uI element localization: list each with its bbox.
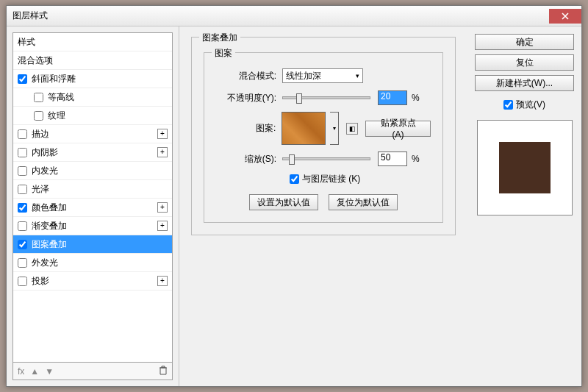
style-item-label: 内发光 bbox=[32, 165, 58, 177]
style-item-label: 斜面和浮雕 bbox=[32, 73, 76, 85]
scale-label: 缩放(S): bbox=[216, 153, 282, 165]
scale-row: 缩放(S): 50 % bbox=[216, 151, 431, 167]
style-checkbox[interactable] bbox=[18, 221, 27, 231]
style-item-7[interactable]: 内发光 bbox=[13, 162, 172, 180]
style-item-6[interactable]: 内阴影+ bbox=[13, 143, 172, 162]
style-item-label: 描边 bbox=[32, 128, 49, 140]
style-item-1[interactable]: 混合选项 bbox=[13, 51, 172, 70]
panel-title: 图案叠加 bbox=[199, 32, 240, 44]
percent-unit: % bbox=[412, 154, 420, 164]
preview-box bbox=[477, 120, 573, 215]
add-effect-icon[interactable]: + bbox=[157, 221, 168, 231]
sidebar: 样式混合选项斜面和浮雕等高线纹理描边+内阴影+内发光光泽颜色叠加+渐变叠加+图案… bbox=[7, 26, 179, 386]
blend-mode-value: 线性加深 bbox=[286, 70, 321, 82]
style-item-2[interactable]: 斜面和浮雕 bbox=[13, 70, 172, 88]
arrow-down-icon[interactable]: ▼ bbox=[45, 366, 54, 377]
trash-icon[interactable] bbox=[159, 366, 168, 377]
opacity-label: 不透明度(Y): bbox=[216, 92, 282, 104]
style-item-label: 颜色叠加 bbox=[32, 202, 67, 214]
titlebar-buttons bbox=[549, 9, 581, 24]
style-checkbox[interactable] bbox=[34, 111, 43, 121]
style-checkbox[interactable] bbox=[18, 185, 27, 194]
pattern-swatch[interactable]: ▾ bbox=[282, 112, 339, 145]
style-checkbox[interactable] bbox=[18, 148, 27, 157]
style-item-13[interactable]: 投影+ bbox=[13, 272, 172, 291]
pattern-overlay-group: 图案叠加 图案 混合模式: 线性加深 ▾ 不透明度(Y): 20 bbox=[191, 37, 456, 235]
set-default-button[interactable]: 设置为默认值 bbox=[249, 194, 318, 210]
style-item-10[interactable]: 渐变叠加+ bbox=[13, 217, 172, 235]
style-item-9[interactable]: 颜色叠加+ bbox=[13, 199, 172, 217]
reset-button[interactable]: 复位 bbox=[475, 54, 574, 71]
style-checkbox[interactable] bbox=[18, 129, 27, 139]
blend-mode-row: 混合模式: 线性加深 ▾ bbox=[216, 68, 431, 84]
pattern-dropdown-arrow[interactable]: ▾ bbox=[330, 112, 339, 145]
style-checkbox[interactable] bbox=[18, 240, 27, 249]
slider-thumb[interactable] bbox=[296, 93, 302, 104]
fx-label[interactable]: fx bbox=[18, 366, 24, 377]
style-item-label: 纹理 bbox=[48, 110, 65, 122]
new-style-button[interactable]: 新建样式(W)... bbox=[475, 75, 574, 91]
group-title: 图案 bbox=[212, 47, 235, 60]
dropdown-arrow-icon: ▾ bbox=[356, 72, 359, 79]
style-checkbox[interactable] bbox=[18, 277, 27, 286]
style-item-11[interactable]: 图案叠加 bbox=[13, 235, 172, 254]
style-item-0[interactable]: 样式 bbox=[13, 33, 172, 51]
add-effect-icon[interactable]: + bbox=[157, 276, 168, 286]
style-item-label: 外发光 bbox=[32, 257, 58, 269]
opacity-input[interactable]: 20 bbox=[378, 90, 407, 105]
slider-thumb[interactable] bbox=[289, 154, 295, 165]
style-item-3[interactable]: 等高线 bbox=[13, 88, 172, 107]
blend-mode-label: 混合模式: bbox=[216, 70, 282, 82]
titlebar[interactable]: 图层样式 bbox=[7, 6, 581, 26]
style-item-12[interactable]: 外发光 bbox=[13, 254, 172, 272]
style-checkbox[interactable] bbox=[18, 74, 27, 84]
pattern-thumbnail bbox=[282, 112, 326, 145]
pattern-group: 图案 混合模式: 线性加深 ▾ 不透明度(Y): 20 % bbox=[204, 52, 443, 223]
style-item-label: 混合选项 bbox=[18, 54, 53, 67]
blend-mode-select[interactable]: 线性加深 ▾ bbox=[282, 68, 363, 83]
link-label: 与图层链接 (K) bbox=[302, 173, 360, 185]
style-item-label: 投影 bbox=[32, 275, 49, 288]
snap-origin-button[interactable]: 贴紧原点 (A) bbox=[365, 121, 431, 137]
pattern-label: 图案: bbox=[216, 122, 282, 135]
style-item-8[interactable]: 光泽 bbox=[13, 180, 172, 199]
style-list[interactable]: 样式混合选项斜面和浮雕等高线纹理描边+内阴影+内发光光泽颜色叠加+渐变叠加+图案… bbox=[12, 32, 173, 363]
add-effect-icon[interactable]: + bbox=[157, 147, 168, 157]
reset-default-button[interactable]: 复位为默认值 bbox=[329, 194, 398, 210]
opacity-row: 不透明度(Y): 20 % bbox=[216, 90, 431, 106]
style-checkbox[interactable] bbox=[18, 203, 27, 213]
add-effect-icon[interactable]: + bbox=[157, 129, 168, 139]
default-buttons-row: 设置为默认值 复位为默认值 bbox=[216, 194, 431, 210]
right-panel: 确定 复位 新建样式(W)... 预览(V) bbox=[467, 26, 581, 386]
close-button[interactable] bbox=[549, 9, 581, 24]
style-checkbox[interactable] bbox=[18, 166, 27, 176]
style-checkbox[interactable] bbox=[18, 258, 27, 268]
link-checkbox[interactable] bbox=[290, 174, 299, 184]
link-row: 与图层链接 (K) bbox=[290, 173, 431, 185]
style-item-label: 渐变叠加 bbox=[32, 220, 67, 232]
style-checkbox[interactable] bbox=[34, 93, 43, 102]
add-effect-icon[interactable]: + bbox=[157, 202, 168, 213]
preview-swatch bbox=[499, 142, 551, 193]
style-item-label: 内阴影 bbox=[32, 146, 58, 159]
scale-slider[interactable] bbox=[282, 157, 370, 160]
preview-label: 预览(V) bbox=[516, 99, 545, 111]
style-item-label: 光泽 bbox=[32, 183, 49, 196]
ok-button[interactable]: 确定 bbox=[475, 34, 574, 50]
new-pattern-icon[interactable]: ◧ bbox=[346, 123, 358, 135]
scale-input[interactable]: 50 bbox=[378, 152, 407, 166]
preview-checkbox[interactable] bbox=[503, 100, 513, 110]
layer-style-dialog: 图层样式 样式混合选项斜面和浮雕等高线纹理描边+内阴影+内发光光泽颜色叠加+渐变… bbox=[6, 5, 582, 387]
style-item-4[interactable]: 纹理 bbox=[13, 107, 172, 125]
pattern-row: 图案: ▾ ◧ 贴紧原点 (A) bbox=[216, 112, 431, 145]
style-list-footer: fx ▲ ▼ bbox=[12, 363, 173, 380]
dialog-body: 样式混合选项斜面和浮雕等高线纹理描边+内阴影+内发光光泽颜色叠加+渐变叠加+图案… bbox=[7, 26, 581, 386]
percent-unit: % bbox=[412, 93, 420, 103]
preview-check-row: 预览(V) bbox=[475, 99, 574, 111]
style-item-5[interactable]: 描边+ bbox=[13, 125, 172, 143]
arrow-up-icon[interactable]: ▲ bbox=[30, 366, 39, 377]
close-icon bbox=[562, 13, 569, 20]
style-item-label: 等高线 bbox=[48, 91, 74, 104]
style-item-label: 图案叠加 bbox=[32, 238, 67, 251]
opacity-slider[interactable] bbox=[282, 96, 370, 99]
